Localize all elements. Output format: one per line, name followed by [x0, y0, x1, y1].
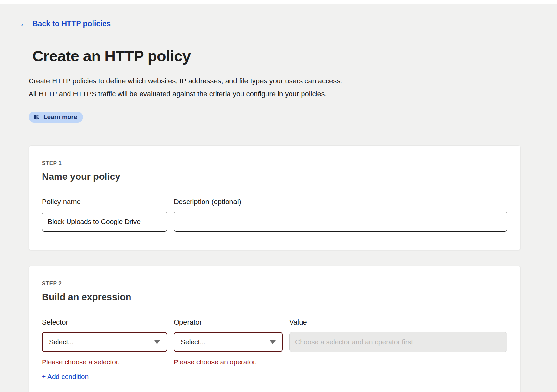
selector-field-group: Selector Select... Please choose a selec…: [42, 318, 167, 381]
learn-more-button[interactable]: Learn more: [29, 112, 83, 123]
value-label: Value: [289, 318, 507, 326]
operator-dropdown[interactable]: Select...: [174, 332, 283, 352]
description-input[interactable]: [174, 212, 507, 232]
learn-more-label: Learn more: [43, 114, 77, 121]
back-link-label: Back to HTTP policies: [32, 19, 111, 28]
step1-label: STEP 1: [42, 160, 507, 166]
add-condition-link[interactable]: + Add condition: [42, 373, 167, 381]
policy-name-input[interactable]: [42, 212, 167, 232]
operator-error-text: Please choose an operator.: [174, 358, 283, 366]
back-arrow-icon: ←: [19, 19, 28, 28]
value-input[interactable]: [289, 332, 507, 352]
book-icon: [33, 114, 40, 120]
selector-label: Selector: [42, 318, 167, 326]
description-field-group: Description (optional): [174, 198, 507, 232]
chevron-down-icon: [270, 340, 276, 344]
selector-dropdown[interactable]: Select...: [42, 332, 167, 352]
policy-name-field-group: Policy name: [42, 198, 167, 232]
step2-card: STEP 2 Build an expression Selector Sele…: [29, 266, 521, 392]
operator-field-group: Operator Select... Please choose an oper…: [174, 318, 283, 381]
page-title: Create an HTTP policy: [32, 47, 557, 65]
selector-error-text: Please choose a selector.: [42, 358, 167, 366]
step1-heading: Name your policy: [42, 171, 507, 182]
policy-name-label: Policy name: [42, 198, 167, 206]
chevron-down-icon: [154, 340, 160, 344]
operator-dropdown-value: Select...: [181, 338, 205, 346]
step2-label: STEP 2: [42, 280, 507, 287]
page-description: Create HTTP policies to define which web…: [29, 75, 557, 101]
selector-dropdown-value: Select...: [49, 338, 74, 346]
value-field-group: Value: [289, 318, 507, 381]
page-description-line2: All HTTP and HTTPS traffic will be evalu…: [29, 88, 557, 101]
step1-card: STEP 1 Name your policy Policy name Desc…: [29, 145, 521, 250]
back-link[interactable]: ← Back to HTTP policies: [19, 19, 111, 28]
description-label: Description (optional): [174, 198, 507, 206]
operator-label: Operator: [174, 318, 283, 326]
page-description-line1: Create HTTP policies to define which web…: [29, 75, 557, 88]
step2-heading: Build an expression: [42, 292, 507, 302]
top-strip: [0, 0, 557, 4]
